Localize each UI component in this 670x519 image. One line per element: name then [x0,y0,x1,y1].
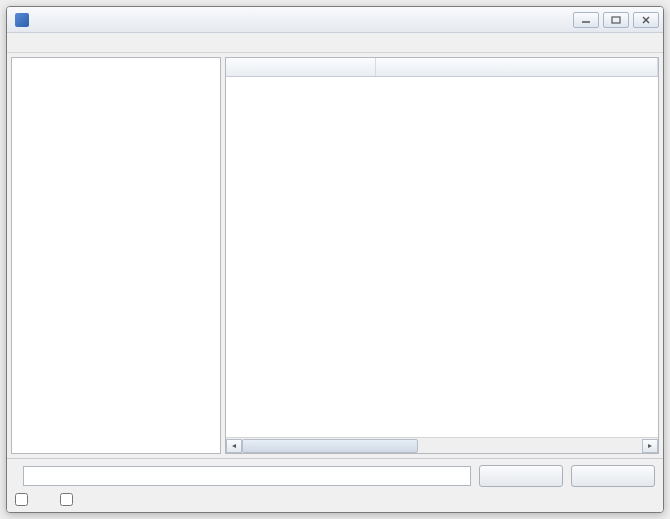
menu-view[interactable] [43,41,59,45]
scroll-track[interactable] [242,439,642,453]
svg-rect-1 [612,17,620,23]
menu-edit[interactable] [27,41,43,45]
scroll-right-button[interactable]: ▸ [642,439,658,453]
details-list[interactable] [226,77,658,437]
horizontal-scrollbar[interactable]: ◂ ▸ [226,437,658,453]
column-header-item[interactable] [226,58,376,76]
app-icon [15,13,29,27]
column-header-value[interactable] [376,58,658,76]
category-tree[interactable] [11,57,221,454]
search-selected-category-input[interactable] [15,493,28,506]
close-button[interactable] [633,12,659,28]
system-information-window: ◂ ▸ [6,6,664,513]
search-category-names-input[interactable] [60,493,73,506]
column-headers[interactable] [226,58,658,77]
details-pane: ◂ ▸ [225,57,659,454]
tree-root-system-summary[interactable] [14,62,218,66]
find-input[interactable] [23,466,471,486]
scroll-left-button[interactable]: ◂ [226,439,242,453]
maximize-button[interactable] [603,12,629,28]
search-selected-category-checkbox[interactable] [15,493,32,506]
menu-help[interactable] [59,41,75,45]
minimize-button[interactable] [573,12,599,28]
menu-file[interactable] [11,41,27,45]
search-category-names-checkbox[interactable] [60,493,77,506]
scroll-thumb[interactable] [242,439,418,453]
menubar [7,33,663,53]
close-find-button[interactable] [571,465,655,487]
titlebar[interactable] [7,7,663,33]
find-button[interactable] [479,465,563,487]
find-bar [7,458,663,512]
